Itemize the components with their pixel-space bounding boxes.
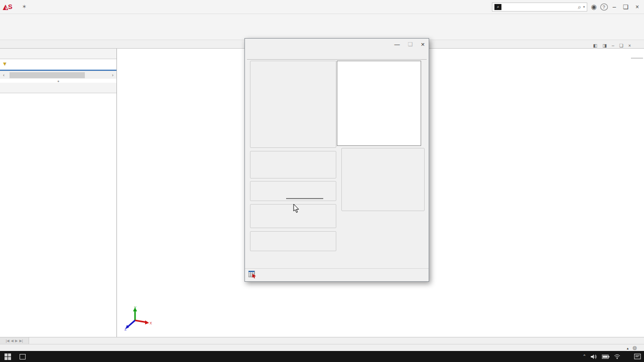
orientation-triad: Y X Z <box>124 305 152 330</box>
toolpath-preview-image <box>337 61 421 146</box>
help-icon[interactable]: ? <box>600 4 608 11</box>
svg-text:X: X <box>150 321 152 325</box>
action-center-icon[interactable] <box>634 353 641 359</box>
scroll-right-icon[interactable]: › <box>109 73 116 78</box>
restore-button[interactable]: ❏ <box>623 4 628 11</box>
mouse-cursor <box>293 204 299 213</box>
document-window-controls: ◧ ◨ – ❏ × <box>593 43 644 48</box>
cam-operation-tree <box>0 93 116 94</box>
machine-dropdown-list <box>286 198 323 199</box>
feature-tree <box>0 68 116 69</box>
hidden-icons-chevron[interactable]: ⌃ <box>582 354 586 359</box>
task-pane-strip <box>631 58 643 59</box>
wifi-icon[interactable] <box>614 354 620 359</box>
pocketing-group <box>250 61 336 148</box>
depth-processing-group <box>250 231 336 251</box>
svg-text:Y: Y <box>134 306 137 309</box>
pin-menu-icon[interactable]: ✶ <box>22 4 27 10</box>
task-view-button[interactable] <box>15 351 30 362</box>
start-button[interactable] <box>0 351 15 362</box>
units-selector[interactable]: ▴ <box>627 345 629 350</box>
svg-text:Z: Z <box>124 327 127 330</box>
status-bar: ▴ ◍ <box>0 344 644 351</box>
search-icon[interactable]: ⌕ <box>578 4 581 11</box>
scrollbar-track[interactable] <box>8 72 109 78</box>
filter-funnel-icon[interactable]: ▼ <box>2 61 8 67</box>
system-tray: ⌃ <box>582 353 644 359</box>
panel-splitter-handle[interactable]: ● <box>0 79 116 83</box>
scroll-left-icon[interactable]: ‹ <box>0 73 8 78</box>
solidworks-logo: ◭S <box>3 3 14 11</box>
panel-tab-strip-top <box>0 49 116 59</box>
minimize-button[interactable]: – <box>613 4 616 11</box>
dialog-minimize-button[interactable]: — <box>395 41 400 47</box>
operation-parameters-dialog: — ❏ × <box>244 38 429 282</box>
user-account-icon[interactable]: ◉ <box>587 3 600 11</box>
panel-tab-strip-bottom <box>0 83 116 93</box>
model-tab-bar: |◀◀▶▶| <box>0 337 644 344</box>
doc-close-button[interactable]: × <box>628 43 631 48</box>
close-button[interactable]: × <box>635 4 639 11</box>
title-bar: ◭S ✶ ⌕ ⌕ ▾ ◉ ? – ❏ × <box>0 0 644 14</box>
search-commands-box[interactable]: ⌕ ⌕ ▾ <box>492 3 587 12</box>
next-window-icon[interactable]: ◨ <box>602 43 607 48</box>
depth-parameters-group <box>341 148 425 211</box>
dialog-tab-strip <box>247 51 427 60</box>
scrollbar-thumb[interactable] <box>10 72 85 78</box>
tree-filter-row: ▼ <box>0 59 116 68</box>
side-parameters-group <box>250 151 336 178</box>
dialog-corner-table-icon[interactable] <box>248 271 257 278</box>
search-caret-icon[interactable]: ▾ <box>583 5 585 9</box>
solidworks-logo-icon: ◭S <box>3 3 13 11</box>
search-scope-icon: ⌕ <box>494 4 501 10</box>
tab-nav-buttons[interactable]: |◀◀▶▶| <box>0 337 29 344</box>
tree-horizontal-scrollbar[interactable]: ‹ › <box>0 71 116 79</box>
previous-window-icon[interactable]: ◧ <box>593 43 598 48</box>
volume-icon[interactable] <box>591 354 597 359</box>
solidworks-window: ◭S ✶ ⌕ ⌕ ▾ ◉ ? – ❏ × ◧ ◨ – ❏ × <box>0 0 644 362</box>
doc-minimize-button[interactable]: – <box>612 43 614 48</box>
windows-taskbar: ⌃ <box>0 351 644 362</box>
ribbon <box>0 14 644 40</box>
dialog-close-button[interactable]: × <box>421 41 425 48</box>
doc-restore-button[interactable]: ❏ <box>619 43 623 48</box>
tag-icon[interactable]: ◍ <box>632 345 637 350</box>
feature-manager-panel: ▼ ‹ › ● <box>0 49 117 337</box>
dialog-button-row <box>245 268 429 269</box>
battery-icon[interactable] <box>602 354 609 359</box>
dialog-restore-button: ❏ <box>408 41 413 48</box>
dialog-title-bar[interactable]: — ❏ × <box>245 39 429 50</box>
